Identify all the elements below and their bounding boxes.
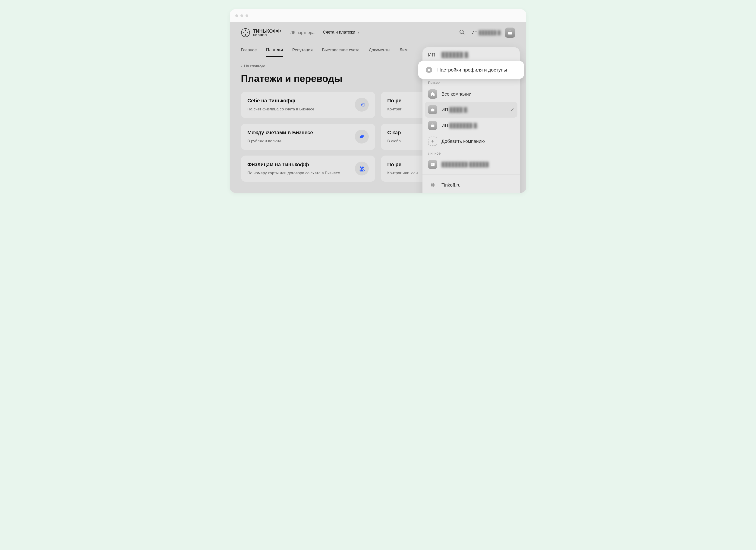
header-right: ИП ██████ █. xyxy=(459,28,515,38)
card-title: Физлицам на Тинькофф xyxy=(247,162,351,168)
card-icon xyxy=(428,160,437,169)
dropdown-header: ИП ██████ █. xyxy=(422,47,520,61)
dropdown-profile-settings[interactable]: Настройки профиля и доступы xyxy=(418,61,524,79)
dropdown-personal-label: ████████ ██████ xyxy=(441,162,489,167)
browser-window: ТИНЬКОФФ БИЗНЕС ЛК партнера Счета и плат… xyxy=(230,9,526,193)
dropdown-all-companies[interactable]: Все компании xyxy=(422,86,520,102)
svg-point-9 xyxy=(428,69,430,71)
gear-icon xyxy=(425,66,433,74)
svg-point-3 xyxy=(460,30,463,33)
people-group-icon xyxy=(355,162,369,176)
profile-dropdown: ИП ██████ █. Настройки профиля и доступы… xyxy=(422,47,520,193)
dropdown-settings-label: Настройки профиля и доступы xyxy=(437,67,507,73)
dropdown-company-2-label: ИП ███████ █. xyxy=(441,123,478,128)
globe-icon xyxy=(428,180,437,190)
brand-logo[interactable]: ТИНЬКОФФ БИЗНЕС xyxy=(241,28,281,37)
dropdown-add-company[interactable]: Добавить компанию xyxy=(422,133,520,149)
briefcase-icon xyxy=(505,28,515,38)
user-menu-trigger[interactable]: ИП ██████ █. xyxy=(472,28,515,38)
dropdown-company-1-label: ИП ████ █. xyxy=(441,107,468,113)
transfer-in-icon xyxy=(355,98,369,112)
user-label: ИП ██████ █. xyxy=(472,30,502,35)
brand-emblem-icon xyxy=(241,28,250,37)
svg-point-2 xyxy=(247,32,248,33)
card-subtitle: На счет физлица со счета в Бизнесе xyxy=(247,107,351,112)
subnav-reputation[interactable]: Репутация xyxy=(292,44,313,56)
svg-point-6 xyxy=(362,167,364,168)
dropdown-all-companies-label: Все компании xyxy=(441,91,471,97)
window-dot[interactable] xyxy=(246,14,248,17)
svg-rect-13 xyxy=(432,164,433,165)
dropdown-tinkoff-ru-label: Tinkoff.ru xyxy=(441,183,460,188)
card-title: Себе на Тинькофф xyxy=(247,98,351,104)
briefcase-icon xyxy=(428,121,437,130)
swap-arrows-icon xyxy=(355,130,369,144)
window-dot[interactable] xyxy=(235,14,238,17)
subnav-documents[interactable]: Документы xyxy=(369,44,390,56)
subnav-main[interactable]: Главное xyxy=(241,44,257,56)
dropdown-personal-account[interactable]: ████████ ██████ xyxy=(422,157,520,172)
card-self-tinkoff[interactable]: Себе на Тинькофф На счет физлица со счет… xyxy=(241,92,375,118)
card-to-individuals[interactable]: Физлицам на Тинькофф По номеру карты или… xyxy=(241,156,375,182)
dropdown-company-2[interactable]: ИП ███████ █. xyxy=(422,118,520,133)
card-subtitle: По номеру карты или договора со счета в … xyxy=(247,170,351,176)
window-dot[interactable] xyxy=(240,14,243,17)
subnav-payments[interactable]: Платежи xyxy=(266,44,283,57)
subnav-invoice[interactable]: Выставление счета xyxy=(322,44,359,56)
chevron-left-icon: ‹ xyxy=(241,64,242,69)
chevron-down-icon: ▾ xyxy=(358,31,359,34)
dropdown-company-1[interactable]: ИП ████ █. ✔ xyxy=(425,102,517,118)
app-body: ТИНЬКОФФ БИЗНЕС ЛК партнера Счета и плат… xyxy=(230,22,526,193)
plus-icon xyxy=(428,137,437,146)
top-nav: ЛК партнера Счета и платежи ▾ xyxy=(290,23,359,42)
app-header: ТИНЬКОФФ БИЗНЕС ЛК партнера Счета и плат… xyxy=(241,22,515,43)
svg-line-4 xyxy=(463,33,464,35)
dropdown-tinkoff-ru[interactable]: Tinkoff.ru xyxy=(422,177,520,193)
dropdown-add-company-label: Добавить компанию xyxy=(441,139,485,144)
breadcrumb-label: На главную xyxy=(244,64,265,69)
dropdown-section-business: Бизнес xyxy=(422,79,520,86)
check-icon: ✔ xyxy=(510,107,514,113)
window-titlebar xyxy=(230,9,526,22)
svg-point-5 xyxy=(360,167,362,168)
card-between-accounts[interactable]: Между счетами в Бизнесе В рублях и валют… xyxy=(241,124,375,150)
card-subtitle: В рублях и валюте xyxy=(247,139,351,144)
nav-accounts-label: Счета и платежи xyxy=(323,30,355,35)
card-title: Между счетами в Бизнесе xyxy=(247,130,351,136)
nav-accounts-payments[interactable]: Счета и платежи ▾ xyxy=(323,23,359,42)
nav-partner-cabinet[interactable]: ЛК партнера xyxy=(290,23,315,42)
brand-text: ТИНЬКОФФ БИЗНЕС xyxy=(253,29,281,37)
svg-point-7 xyxy=(361,168,363,170)
divider xyxy=(422,175,520,175)
briefcase-icon xyxy=(428,105,437,114)
svg-point-1 xyxy=(243,32,244,33)
home-icon xyxy=(428,89,437,99)
search-icon[interactable] xyxy=(459,29,465,36)
dropdown-section-personal: Личное xyxy=(422,149,520,157)
subnav-limits[interactable]: Лим xyxy=(400,44,407,56)
